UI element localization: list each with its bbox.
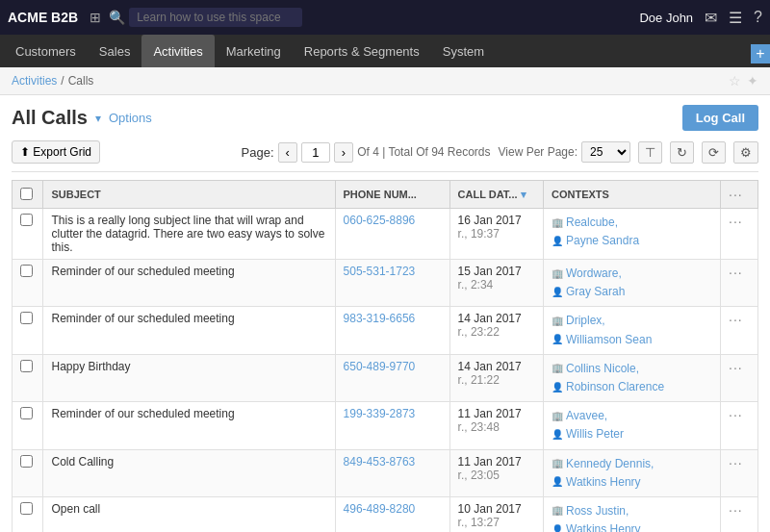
prev-page-button[interactable]: ‹ (278, 142, 297, 163)
th-contexts[interactable]: CONTEXTS (544, 181, 721, 209)
reset-button[interactable]: ⟳ (702, 141, 726, 164)
page-input[interactable] (301, 142, 330, 163)
phone-link[interactable]: 650-489-9770 (344, 360, 416, 373)
building-icon: 🏢 (552, 456, 563, 471)
refresh-button[interactable]: ↻ (670, 141, 694, 164)
time-text: r., 19:37 (458, 227, 500, 241)
phone-link[interactable]: 849-453-8763 (344, 455, 416, 469)
column-settings-btn[interactable]: ··· (729, 187, 743, 202)
context-person-link[interactable]: Watkins Henry (566, 473, 641, 492)
th-phone[interactable]: PHONE NUM... (335, 181, 449, 209)
subject-cell: Reminder of our scheduled meeting (43, 307, 335, 354)
nav-system[interactable]: System (431, 35, 496, 67)
date-cell: 11 Jan 2017 r., 23:05 (449, 449, 543, 496)
context-person-link[interactable]: Watkins Henry (566, 520, 641, 532)
context-person-link[interactable]: Williamson Sean (566, 331, 652, 349)
context-row-2: 👤 Robinson Clarence (552, 378, 712, 396)
context-person-link[interactable]: Robinson Clarence (566, 378, 664, 396)
building-icon: 🏢 (552, 409, 563, 424)
nav-activities[interactable]: Activities (141, 35, 214, 67)
row-checkbox-cell (13, 354, 43, 401)
table-row: This is a really long subject line that … (13, 209, 758, 260)
th-subject[interactable]: SUBJECT (43, 181, 335, 209)
context-row-2: 👤 Williamson Sean (552, 331, 712, 349)
top-bar: ACME B2B ⊞ 🔍 Doe John ✉ ☰ ? (0, 0, 770, 35)
time-text: r., 2:34 (458, 278, 494, 291)
menu-icon[interactable]: ☰ (729, 9, 742, 27)
subject-cell: Cold Calling (43, 449, 335, 496)
date-text: 14 Jan 2017 (458, 312, 522, 325)
th-date[interactable]: CALL DAT...▾ (449, 181, 543, 209)
date-text: 16 Jan 2017 (458, 214, 522, 227)
global-search[interactable] (129, 8, 302, 27)
row-checkbox[interactable] (20, 265, 33, 277)
title-dropdown-btn[interactable]: ▾ (95, 112, 101, 125)
context-org-link[interactable]: Collins Nicole, (566, 360, 639, 378)
subject-text: Reminder of our scheduled meeting (51, 407, 234, 420)
add-button[interactable]: + (751, 44, 770, 63)
app-logo: ACME B2B (8, 10, 78, 25)
select-all-checkbox[interactable] (20, 188, 33, 200)
row-action-btn[interactable]: ··· (729, 455, 743, 470)
row-action-btn[interactable]: ··· (729, 265, 743, 280)
next-page-button[interactable]: › (334, 142, 353, 163)
view-per-page: View Per Page: 25 50 100 (499, 141, 631, 163)
nav-reports[interactable]: Reports & Segments (293, 35, 431, 67)
table-row: Reminder of our scheduled meeting 199-33… (13, 402, 758, 449)
breadcrumb-activities[interactable]: Activities (12, 74, 57, 88)
filter-button[interactable]: ⊤ (638, 141, 662, 164)
row-action-btn[interactable]: ··· (729, 407, 743, 422)
context-org-link[interactable]: Realcube, (566, 214, 618, 232)
nav-marketing[interactable]: Marketing (215, 35, 293, 67)
pin-icon[interactable]: ✦ (747, 73, 758, 89)
building-icon: 🏢 (552, 266, 563, 282)
phone-link[interactable]: 060-625-8896 (344, 214, 416, 227)
row-checkbox[interactable] (20, 360, 33, 372)
help-icon[interactable]: ? (754, 9, 762, 26)
phone-cell: 060-625-8896 (335, 209, 449, 260)
building-icon: 🏢 (552, 215, 563, 231)
export-grid-button[interactable]: ⬆ Export Grid (12, 140, 100, 164)
context-person-link[interactable]: Willis Peter (566, 425, 624, 443)
context-org-link[interactable]: Wordware, (566, 265, 622, 283)
row-checkbox[interactable] (20, 312, 33, 324)
context-row-2: 👤 Watkins Henry (552, 520, 712, 532)
view-per-page-label: View Per Page: (499, 145, 578, 159)
user-name[interactable]: Doe John (639, 11, 693, 25)
nav-bar: Customers Sales Activities Marketing Rep… (0, 35, 770, 67)
row-checkbox[interactable] (20, 502, 33, 515)
context-cell: 🏢 Kennedy Dennis, 👤 Watkins Henry (544, 449, 721, 496)
row-action-btn[interactable]: ··· (729, 502, 743, 518)
th-actions: ··· (721, 181, 758, 209)
row-checkbox-cell (13, 260, 43, 307)
grid-icon[interactable]: ⊞ (90, 10, 101, 25)
row-action-btn[interactable]: ··· (729, 360, 743, 375)
phone-link[interactable]: 199-339-2873 (344, 407, 416, 420)
nav-sales[interactable]: Sales (88, 35, 142, 67)
row-action-btn[interactable]: ··· (729, 312, 743, 327)
per-page-select[interactable]: 25 50 100 (581, 141, 630, 163)
context-org-link[interactable]: Avavee, (566, 407, 607, 425)
phone-link[interactable]: 983-319-6656 (344, 312, 416, 325)
phone-link[interactable]: 496-489-8280 (344, 502, 416, 516)
context-person-link[interactable]: Gray Sarah (566, 283, 625, 301)
row-checkbox[interactable] (20, 407, 33, 419)
mail-icon[interactable]: ✉ (705, 9, 717, 27)
phone-link[interactable]: 505-531-1723 (344, 265, 416, 278)
phone-cell: 505-531-1723 (335, 260, 449, 307)
settings-button[interactable]: ⚙ (733, 141, 758, 164)
log-call-button[interactable]: Log Call (682, 105, 758, 131)
favorite-icon[interactable]: ☆ (729, 73, 741, 89)
row-checkbox-cell (13, 209, 43, 260)
options-link[interactable]: Options (109, 111, 152, 125)
row-action-btn[interactable]: ··· (729, 214, 743, 229)
row-checkbox[interactable] (20, 214, 33, 226)
context-person-link[interactable]: Payne Sandra (566, 232, 639, 250)
context-org-link[interactable]: Kennedy Dennis, (566, 455, 654, 473)
search-icon[interactable]: 🔍 (109, 10, 125, 25)
person-icon: 👤 (552, 285, 563, 300)
context-org-link[interactable]: Driplex, (566, 312, 605, 330)
row-checkbox[interactable] (20, 455, 33, 468)
context-org-link[interactable]: Ross Justin, (566, 502, 629, 520)
nav-customers[interactable]: Customers (4, 35, 88, 67)
